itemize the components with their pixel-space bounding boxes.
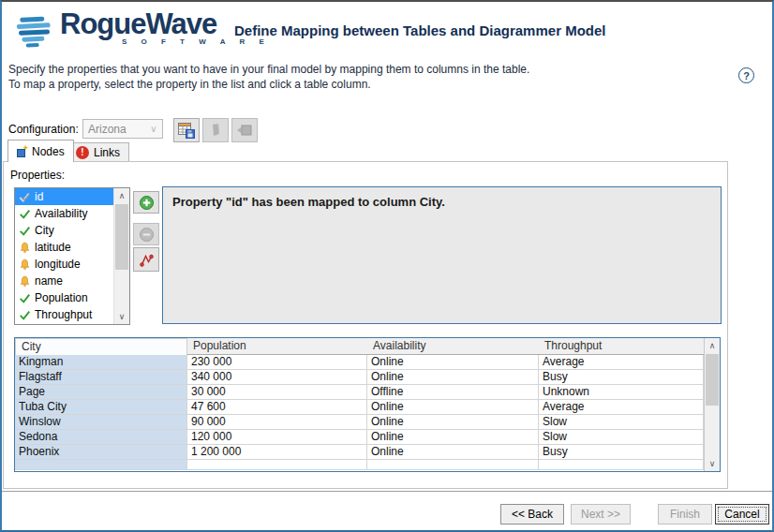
table-row-partial bbox=[15, 460, 720, 470]
table-cell: Unknown bbox=[539, 385, 704, 400]
scrollbar-thumb[interactable] bbox=[115, 204, 128, 270]
properties-list: id Availability City latitude bbox=[14, 187, 130, 325]
unmap-property-button[interactable] bbox=[133, 247, 159, 272]
table-cell: Online bbox=[367, 415, 539, 430]
table-row: Page 30 000 Offline Unknown bbox=[15, 385, 720, 400]
logo-subtitle-text: S O F T W A R E bbox=[122, 37, 270, 46]
table-header-row: City Population Availability Throughput bbox=[15, 338, 720, 355]
table-cell: Page bbox=[15, 385, 187, 400]
tab-nodes[interactable]: ✦ Nodes bbox=[7, 140, 74, 162]
table-cell: 30 000 bbox=[187, 385, 367, 400]
property-item-label: Population bbox=[35, 291, 88, 304]
table-cell bbox=[367, 460, 539, 470]
add-property-button[interactable] bbox=[133, 191, 159, 214]
check-icon bbox=[19, 225, 31, 237]
property-item-availability[interactable]: Availability bbox=[15, 205, 117, 222]
configuration-value: Arizona bbox=[83, 123, 145, 136]
mapping-status-message: Property "id" has been mapped to column … bbox=[162, 186, 722, 324]
back-button[interactable]: << Back bbox=[500, 504, 564, 525]
table-row: Tuba City 47 600 Online Average bbox=[15, 400, 720, 415]
property-item-city[interactable]: City bbox=[15, 222, 117, 239]
table-cell: 120 000 bbox=[187, 430, 367, 445]
finish-button[interactable]: Finish bbox=[658, 504, 712, 525]
column-header-population[interactable]: Population bbox=[187, 338, 367, 356]
table-cell: 340 000 bbox=[187, 370, 367, 385]
mapped-check-icon bbox=[19, 191, 31, 203]
table-cell: Online bbox=[367, 445, 539, 460]
table-cell: Flagstaff bbox=[15, 370, 187, 385]
column-header-throughput[interactable]: Throughput bbox=[539, 338, 704, 356]
table-cell: Average bbox=[539, 355, 704, 370]
bell-icon bbox=[19, 259, 31, 271]
properties-scrollbar[interactable]: ∧ ∨ bbox=[113, 188, 129, 324]
wave-logo-icon bbox=[16, 14, 57, 50]
property-item-label: name bbox=[35, 274, 63, 288]
rename-configuration-button[interactable] bbox=[202, 118, 229, 142]
table-cell: 230 000 bbox=[187, 355, 367, 370]
help-button[interactable]: ? bbox=[738, 67, 754, 83]
check-icon bbox=[19, 208, 31, 220]
remove-property-button[interactable] bbox=[133, 223, 159, 245]
cancel-button[interactable]: Cancel bbox=[715, 504, 769, 525]
table-row: Winslow 90 000 Online Slow bbox=[15, 415, 720, 430]
tab-nodes-label: Nodes bbox=[32, 145, 65, 158]
table-cell: 90 000 bbox=[187, 415, 367, 430]
rename-configuration-icon bbox=[207, 122, 224, 139]
chevron-down-icon: ∨ bbox=[145, 124, 162, 134]
scroll-down-icon[interactable]: ∨ bbox=[114, 309, 129, 324]
import-configuration-icon bbox=[236, 122, 253, 139]
table-row: Phoenix 1 200 000 Online Busy bbox=[15, 445, 720, 460]
table-cell bbox=[187, 460, 367, 470]
property-item-label: Throughput bbox=[35, 308, 92, 321]
table-cell: Offline bbox=[367, 385, 539, 400]
table-cell: Average bbox=[539, 400, 704, 415]
table-cell: Online bbox=[367, 400, 539, 415]
property-item-throughput[interactable]: Throughput bbox=[15, 306, 117, 323]
table-cell: Busy bbox=[539, 370, 704, 385]
scrollbar-thumb[interactable] bbox=[706, 354, 719, 406]
save-table-configuration-button[interactable] bbox=[173, 118, 200, 142]
bell-icon bbox=[19, 275, 31, 288]
table-cell bbox=[539, 460, 704, 470]
table-cell: 1 200 000 bbox=[187, 445, 367, 460]
property-item-latitude[interactable]: latitude bbox=[15, 239, 117, 256]
column-header-availability[interactable]: Availability bbox=[367, 338, 539, 356]
table-cell: Kingman bbox=[15, 355, 187, 370]
property-item-label: Availability bbox=[35, 207, 87, 220]
table-row: Kingman 230 000 Online Average bbox=[15, 355, 720, 370]
table-cell: Busy bbox=[539, 445, 704, 460]
check-icon bbox=[19, 292, 31, 304]
page-title: Define Mapping between Tables and Diagra… bbox=[234, 22, 605, 38]
column-header-city[interactable]: City bbox=[15, 338, 187, 356]
import-configuration-button[interactable] bbox=[231, 118, 258, 142]
scroll-up-icon[interactable]: ∧ bbox=[705, 338, 720, 353]
scroll-down-icon[interactable]: ∨ bbox=[705, 456, 720, 471]
add-icon bbox=[139, 195, 155, 211]
table-cell: Tuba City bbox=[15, 400, 187, 415]
instruction-line-2: To map a property, select the property i… bbox=[8, 77, 529, 92]
property-item-population[interactable]: Population bbox=[15, 289, 117, 306]
property-item-label: City bbox=[35, 224, 54, 237]
property-item-label: longitude bbox=[35, 258, 81, 271]
table-cell: Online bbox=[367, 355, 539, 370]
table-cell: Winslow bbox=[15, 415, 187, 430]
table-row: Sedona 120 000 Online Slow bbox=[15, 430, 720, 445]
table-cell: Slow bbox=[539, 430, 704, 445]
scroll-up-icon[interactable]: ∧ bbox=[114, 188, 129, 203]
configuration-select[interactable]: Arizona ∨ bbox=[82, 119, 163, 139]
next-button[interactable]: Next >> bbox=[571, 504, 631, 525]
property-item-longitude[interactable]: longitude bbox=[15, 256, 117, 273]
table-cell bbox=[15, 460, 187, 470]
node-icon: ✦ bbox=[17, 146, 27, 157]
table-cell: Slow bbox=[539, 415, 704, 430]
property-item-name[interactable]: name bbox=[15, 273, 117, 289]
property-item-id[interactable]: id bbox=[15, 188, 117, 205]
table-cell: Online bbox=[367, 430, 539, 445]
tab-links-label: Links bbox=[94, 146, 120, 159]
error-icon: ! bbox=[76, 146, 89, 159]
remove-icon bbox=[139, 227, 155, 243]
tab-links[interactable]: ! Links bbox=[67, 142, 129, 162]
unmap-icon bbox=[139, 252, 155, 268]
table-scrollbar[interactable]: ∧ ∨ bbox=[704, 338, 720, 471]
table-save-icon bbox=[177, 121, 196, 140]
